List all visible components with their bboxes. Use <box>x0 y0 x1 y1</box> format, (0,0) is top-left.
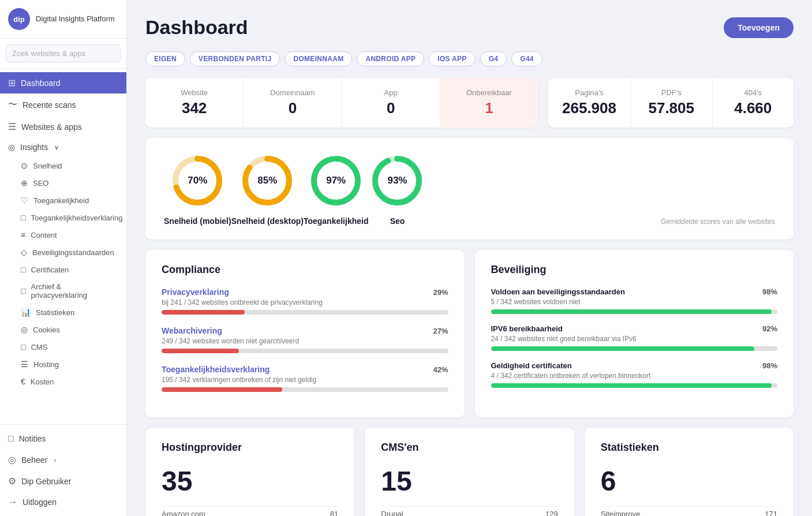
filter-tab-domeinnaam[interactable]: DOMEINNAAM <box>285 51 352 66</box>
sidebar-item-label: Archief & privacyverklaring <box>31 282 118 300</box>
cmsen-item-count: 129 <box>545 510 558 516</box>
bev-pct-0: 98% <box>762 287 777 296</box>
sidebar-item-snelheid[interactable]: ⊙ Snelheid <box>0 157 126 174</box>
bev-progress-fill-0 <box>491 309 772 314</box>
sidebar-item-label: Certificaten <box>31 266 69 274</box>
sidebar-footer: □ Notities ◎ Beheer › ⚙ Dip Gebruiker → … <box>0 424 126 516</box>
chevron-down-icon: ∨ <box>54 144 59 151</box>
sidebar-item-toegankelijkheidsverklaring[interactable]: □ Toegankelijkheidsverklaring <box>0 209 126 226</box>
compliance-pct-1: 27% <box>433 327 448 335</box>
compliance-title: Compliance <box>162 264 448 276</box>
donut-label-toegankelijkheid: 97% <box>326 175 346 186</box>
sidebar-item-dip-gebruiker[interactable]: ⚙ Dip Gebruiker <box>0 470 126 492</box>
beheer-icon: ◎ <box>8 454 16 465</box>
bev-desc-1: 24 / 342 websites niet goed bereikbaar v… <box>491 335 778 343</box>
compliance-desc-2: 195 / 342 verklaringen ontbreken of zijn… <box>162 376 448 384</box>
sidebar-item-label: Insights <box>20 143 48 152</box>
main-content: Dashboard Toevoegen EIGEN VERBONDEN PART… <box>127 0 812 516</box>
donut-snelheid-desktop: 85% <box>238 152 296 210</box>
donut-label-seo: 93% <box>387 175 407 186</box>
content-icon: ≡ <box>21 230 25 240</box>
sidebar-item-content[interactable]: ≡ Content <box>0 226 126 244</box>
sidebar-item-seo[interactable]: ⊕ SEO <box>0 174 126 192</box>
bev-progress-bar-1 <box>491 346 778 351</box>
bev-pct-2: 98% <box>762 361 777 370</box>
logout-icon: → <box>8 497 17 507</box>
donut-toegankelijkheid: 97% <box>307 152 365 210</box>
sidebar-item-uitloggen[interactable]: → Uitloggen <box>0 492 126 513</box>
sidebar-item-label: Statistieken <box>36 308 74 317</box>
beveiligingsstandaarden-icon: ◇ <box>21 248 27 257</box>
sidebar-item-label: Recente scans <box>23 100 76 110</box>
hosting-icon: ☰ <box>21 360 28 369</box>
filter-tab-android-app[interactable]: ANDROID APP <box>357 51 424 66</box>
statistieken-item-name: Siteimprove <box>601 510 641 516</box>
bev-progress-fill-1 <box>491 346 755 351</box>
toegankelijkheidsverklaring-icon: □ <box>21 213 25 222</box>
stat-fours-label: 404's <box>727 88 780 97</box>
filter-tab-eigen[interactable]: EIGEN <box>145 51 185 66</box>
stat-pdfs-value: 57.805 <box>645 99 698 117</box>
bev-name-1: IPV6 bereikbaarheid <box>491 324 563 333</box>
sidebar-item-statistieken[interactable]: 📊 Statistieken <box>0 304 126 321</box>
stat-domeinnaam-label: Domeinnaam <box>257 88 327 97</box>
sidebar-item-websites-apps[interactable]: ☰ Websites & apps <box>0 116 126 137</box>
sidebar-item-archief[interactable]: □ Archief & privacyverklaring <box>0 278 126 304</box>
stat-app: App 0 <box>342 78 440 128</box>
sidebar-item-certificaten[interactable]: □ Certificaten <box>0 261 126 278</box>
sidebar-item-toegankelijkheid[interactable]: ♡ Toegankelijkheid <box>0 192 126 209</box>
sidebar-item-label: CMS <box>31 343 47 352</box>
beveiliging-card: Beveiliging Voldoen aan beveiligingsstan… <box>475 250 794 417</box>
archief-icon: □ <box>21 286 25 296</box>
bev-desc-0: 5 / 342 websites voldoen niet <box>491 298 778 306</box>
sidebar-item-kosten[interactable]: € Kosten <box>0 373 126 390</box>
logo-icon: dip <box>8 8 30 30</box>
page-header: Dashboard Toevoegen <box>145 16 794 39</box>
chart-snelheid-desktop: 85% Snelheid (desktop) <box>231 152 304 226</box>
stat-paginas-label: Pagina's <box>562 88 616 97</box>
sidebar-item-cookies[interactable]: ◎ Cookies <box>0 321 126 338</box>
sidebar-item-insights[interactable]: ◎ Insights ∨ <box>0 137 126 157</box>
bev-pct-1: 92% <box>762 324 777 333</box>
progress-fill-1 <box>162 349 239 353</box>
filter-tab-verbonden-partij[interactable]: VERBONDEN PARTIJ <box>190 51 280 66</box>
filter-tab-g44[interactable]: G44 <box>511 51 542 66</box>
stat-website-value: 342 <box>159 99 229 117</box>
chart-title-toegankelijkheid: Toegankelijkheid <box>304 216 369 226</box>
hostingprovider-card: Hostingprovider 35 Amazon.com 81 <box>145 428 354 516</box>
filter-tab-g4[interactable]: G4 <box>480 51 507 66</box>
chart-title-snelheid-desktop: Snelheid (desktop) <box>231 216 304 226</box>
search-input[interactable] <box>6 44 121 62</box>
stat-fours-value: 4.660 <box>727 99 780 117</box>
hostingprovider-value: 35 <box>162 465 338 497</box>
sidebar-item-label: Beveiligingsstandaarden <box>32 248 114 257</box>
beveiliging-item-0: Voldoen aan beveiligingsstandaarden 98% … <box>491 287 778 314</box>
compliance-pct-0: 29% <box>433 288 448 297</box>
sidebar-item-label: Kosten <box>31 377 54 386</box>
stat-paginas-value: 265.908 <box>562 99 616 117</box>
progress-fill-0 <box>162 310 245 315</box>
donut-label-snelheid-mobiel: 70% <box>188 175 207 186</box>
stat-app-label: App <box>356 88 426 97</box>
sidebar-nav: ⊞ Dashboard 〜 Recente scans ☰ Websites &… <box>0 69 126 424</box>
stat-onbereikbaar-value: 1 <box>454 99 524 117</box>
progress-bar-1 <box>162 349 448 353</box>
sidebar-item-dashboard[interactable]: ⊞ Dashboard <box>0 72 126 94</box>
sidebar-item-recente-scans[interactable]: 〜 Recente scans <box>0 94 126 116</box>
sidebar-item-beheer[interactable]: ◎ Beheer › <box>0 449 126 470</box>
sidebar-item-hosting[interactable]: ☰ Hosting <box>0 356 126 373</box>
statistieken-item-count: 171 <box>765 510 777 516</box>
chart-avg-note: Gemiddelde scores van alle websites <box>426 218 775 226</box>
sidebar-item-notities[interactable]: □ Notities <box>0 428 126 449</box>
sidebar-item-beveiligingsstandaarden[interactable]: ◇ Beveiligingsstandaarden <box>0 244 126 261</box>
beveiliging-title: Beveiliging <box>491 264 778 276</box>
certificaten-icon: □ <box>21 265 25 274</box>
sidebar-item-cms[interactable]: □ CMS <box>0 338 126 356</box>
stat-website: Website 342 <box>145 78 244 128</box>
filter-tab-ios-app[interactable]: IOS APP <box>429 51 475 66</box>
toevoegen-button[interactable]: Toevoegen <box>724 17 794 38</box>
cmsen-card: CMS'en 15 Drupal 129 <box>365 428 574 516</box>
donut-label-snelheid-desktop: 85% <box>257 175 277 186</box>
hostingprovider-item-name: Amazon.com <box>162 510 205 516</box>
statistieken-title: Statistieken <box>601 442 777 454</box>
